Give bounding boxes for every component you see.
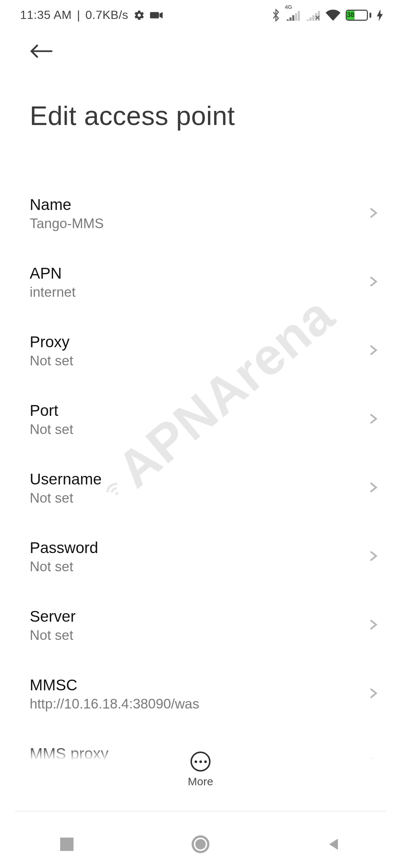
row-mmsc[interactable]: MMSC http://10.16.18.4:38090/was xyxy=(0,660,401,728)
battery-icon: 38 xyxy=(346,10,371,21)
row-value: internet xyxy=(30,285,75,300)
chevron-right-icon xyxy=(366,343,379,358)
status-bar: 11:35 AM | 0.7KB/s 4G 38 xyxy=(0,0,401,26)
row-label: Port xyxy=(30,402,73,420)
chevron-right-icon xyxy=(366,549,379,564)
row-label: Password xyxy=(30,539,98,557)
bottom-divider xyxy=(15,811,386,812)
row-value: Not set xyxy=(30,422,73,437)
system-nav-bar xyxy=(0,821,401,868)
charging-bolt-icon xyxy=(376,9,383,21)
row-label: Proxy xyxy=(30,333,73,351)
nav-recents-button[interactable] xyxy=(58,835,76,854)
row-value: Not set xyxy=(30,559,98,575)
nav-back-button[interactable] xyxy=(325,835,343,854)
row-label: Name xyxy=(30,196,104,214)
signal-sim1-icon: 4G xyxy=(286,10,300,21)
row-password[interactable]: Password Not set xyxy=(0,522,401,591)
row-value: http://10.16.18.4:38090/was xyxy=(30,696,199,712)
row-label: APN xyxy=(30,264,75,282)
settings-list: Name Tango-MMS APN internet Proxy Not se… xyxy=(0,179,401,802)
more-button[interactable] xyxy=(190,752,211,772)
row-label: Username xyxy=(30,470,102,488)
status-separator: | xyxy=(77,8,80,22)
chevron-right-icon xyxy=(366,481,379,496)
row-apn[interactable]: APN internet xyxy=(0,248,401,316)
nav-home-button[interactable] xyxy=(191,835,210,854)
back-arrow-icon[interactable] xyxy=(30,43,401,59)
status-time: 11:35 AM xyxy=(20,8,72,22)
row-label: MMSC xyxy=(30,676,199,694)
status-right: 4G 38 xyxy=(271,9,383,22)
row-value: Tango-MMS xyxy=(30,216,104,231)
row-value: Not set xyxy=(30,490,102,506)
row-username[interactable]: Username Not set xyxy=(0,454,401,522)
row-value: Not set xyxy=(30,628,76,643)
row-port[interactable]: Port Not set xyxy=(0,385,401,454)
header: Edit access point xyxy=(0,26,401,131)
row-label: Server xyxy=(30,608,76,625)
battery-percent: 38 xyxy=(347,11,355,20)
chevron-right-icon xyxy=(366,275,379,290)
more-overlay: More xyxy=(0,745,401,800)
signal-sim2-icon xyxy=(306,10,320,21)
row-proxy[interactable]: Proxy Not set xyxy=(0,316,401,385)
status-left: 11:35 AM | 0.7KB/s xyxy=(20,8,163,22)
row-server[interactable]: Server Not set xyxy=(0,591,401,660)
chevron-right-icon xyxy=(366,687,379,701)
network-badge: 4G xyxy=(285,4,292,10)
chevron-right-icon xyxy=(366,412,379,427)
chevron-right-icon xyxy=(366,618,379,633)
row-value: Not set xyxy=(30,353,73,369)
row-name[interactable]: Name Tango-MMS xyxy=(0,179,401,248)
gear-icon xyxy=(134,10,145,21)
status-net-speed: 0.7KB/s xyxy=(85,8,128,22)
wifi-icon xyxy=(326,10,340,21)
bluetooth-icon xyxy=(271,9,280,22)
page-title: Edit access point xyxy=(30,101,401,131)
chevron-right-icon xyxy=(366,206,379,221)
more-label: More xyxy=(188,775,213,788)
video-camera-icon xyxy=(150,11,163,20)
